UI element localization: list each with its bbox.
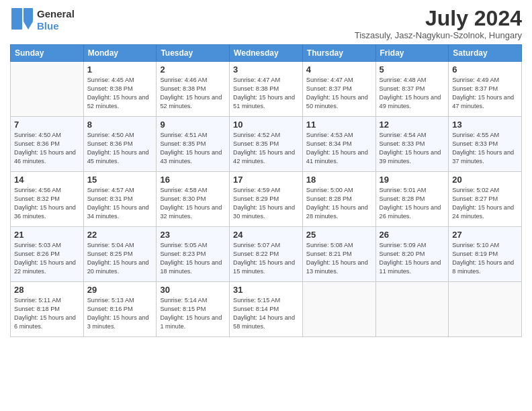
calendar-week-row: 21Sunrise: 5:03 AMSunset: 8:26 PMDayligh… — [11, 227, 522, 282]
day-info: Sunrise: 4:47 AMSunset: 8:37 PMDaylight:… — [306, 76, 372, 111]
calendar-cell: 26Sunrise: 5:09 AMSunset: 8:20 PMDayligh… — [375, 227, 449, 282]
day-info: Sunrise: 4:57 AMSunset: 8:31 PMDaylight:… — [87, 186, 153, 221]
day-number: 24 — [233, 230, 299, 240]
calendar-cell: 20Sunrise: 5:02 AMSunset: 8:27 PMDayligh… — [449, 172, 522, 227]
logo-blue: Blue — [37, 20, 75, 32]
logo-icon — [10, 7, 34, 31]
day-info: Sunrise: 5:10 AMSunset: 8:19 PMDaylight:… — [452, 241, 518, 276]
calendar-cell: 23Sunrise: 5:05 AMSunset: 8:23 PMDayligh… — [157, 227, 230, 282]
day-info: Sunrise: 5:08 AMSunset: 8:21 PMDaylight:… — [306, 241, 372, 276]
day-number: 8 — [87, 120, 153, 130]
calendar-header-row: SundayMondayTuesdayWednesdayThursdayFrid… — [11, 45, 522, 62]
day-number: 15 — [87, 175, 153, 185]
day-info: Sunrise: 5:13 AMSunset: 8:16 PMDaylight:… — [87, 296, 153, 331]
day-info: Sunrise: 4:51 AMSunset: 8:35 PMDaylight:… — [160, 131, 226, 166]
day-number: 12 — [380, 120, 445, 130]
day-info: Sunrise: 4:48 AMSunset: 8:37 PMDaylight:… — [380, 76, 445, 111]
day-info: Sunrise: 5:15 AMSunset: 8:14 PMDaylight:… — [233, 296, 299, 331]
day-info: Sunrise: 4:56 AMSunset: 8:32 PMDaylight:… — [14, 186, 80, 221]
day-number: 26 — [380, 230, 445, 240]
calendar-cell: 14Sunrise: 4:56 AMSunset: 8:32 PMDayligh… — [11, 172, 84, 227]
calendar-table: SundayMondayTuesdayWednesdayThursdayFrid… — [10, 44, 522, 337]
calendar-cell: 24Sunrise: 5:07 AMSunset: 8:22 PMDayligh… — [230, 227, 303, 282]
day-info: Sunrise: 4:49 AMSunset: 8:37 PMDaylight:… — [452, 76, 518, 111]
calendar-header-wednesday: Wednesday — [230, 45, 303, 62]
day-info: Sunrise: 5:02 AMSunset: 8:27 PMDaylight:… — [452, 186, 518, 221]
day-number: 9 — [160, 120, 226, 130]
calendar-header-tuesday: Tuesday — [157, 45, 230, 62]
day-info: Sunrise: 5:01 AMSunset: 8:28 PMDaylight:… — [380, 186, 445, 221]
calendar-cell: 15Sunrise: 4:57 AMSunset: 8:31 PMDayligh… — [83, 172, 157, 227]
calendar-header-sunday: Sunday — [11, 45, 84, 62]
day-number: 14 — [14, 175, 80, 185]
day-info: Sunrise: 4:53 AMSunset: 8:34 PMDaylight:… — [306, 131, 372, 166]
day-info: Sunrise: 5:03 AMSunset: 8:26 PMDaylight:… — [14, 241, 80, 276]
day-info: Sunrise: 4:45 AMSunset: 8:38 PMDaylight:… — [87, 76, 153, 111]
calendar-week-row: 1Sunrise: 4:45 AMSunset: 8:38 PMDaylight… — [11, 62, 522, 117]
day-info: Sunrise: 5:14 AMSunset: 8:15 PMDaylight:… — [160, 296, 226, 331]
calendar-week-row: 7Sunrise: 4:50 AMSunset: 8:36 PMDaylight… — [11, 117, 522, 172]
calendar-cell: 18Sunrise: 5:00 AMSunset: 8:28 PMDayligh… — [302, 172, 375, 227]
day-number: 18 — [306, 175, 372, 185]
day-info: Sunrise: 4:58 AMSunset: 8:30 PMDaylight:… — [160, 186, 226, 221]
subtitle: Tiszasuly, Jasz-Nagykun-Szolnok, Hungary — [355, 30, 522, 40]
calendar-cell: 12Sunrise: 4:54 AMSunset: 8:33 PMDayligh… — [375, 117, 449, 172]
calendar-header-thursday: Thursday — [302, 45, 375, 62]
day-info: Sunrise: 5:11 AMSunset: 8:18 PMDaylight:… — [14, 296, 80, 331]
title-area: July 2024 Tiszasuly, Jasz-Nagykun-Szolno… — [355, 7, 522, 40]
logo: General Blue — [10, 7, 75, 34]
calendar-cell: 31Sunrise: 5:15 AMSunset: 8:14 PMDayligh… — [230, 282, 303, 337]
day-number: 13 — [452, 120, 518, 130]
calendar-cell: 19Sunrise: 5:01 AMSunset: 8:28 PMDayligh… — [375, 172, 449, 227]
day-number: 10 — [233, 120, 299, 130]
day-number: 5 — [380, 64, 445, 75]
day-info: Sunrise: 5:00 AMSunset: 8:28 PMDaylight:… — [306, 186, 372, 221]
calendar-cell: 25Sunrise: 5:08 AMSunset: 8:21 PMDayligh… — [302, 227, 375, 282]
day-number: 29 — [87, 285, 153, 295]
calendar-cell: 30Sunrise: 5:14 AMSunset: 8:15 PMDayligh… — [157, 282, 230, 337]
day-number: 22 — [87, 230, 153, 240]
day-info: Sunrise: 4:50 AMSunset: 8:36 PMDaylight:… — [87, 131, 153, 166]
day-number: 28 — [14, 285, 80, 295]
calendar-cell: 17Sunrise: 4:59 AMSunset: 8:29 PMDayligh… — [230, 172, 303, 227]
day-number: 3 — [233, 64, 299, 75]
day-number: 25 — [306, 230, 372, 240]
calendar-cell: 1Sunrise: 4:45 AMSunset: 8:38 PMDaylight… — [83, 62, 157, 117]
calendar-header-friday: Friday — [375, 45, 449, 62]
calendar-week-row: 14Sunrise: 4:56 AMSunset: 8:32 PMDayligh… — [11, 172, 522, 227]
day-number: 11 — [306, 120, 372, 130]
calendar-cell — [375, 282, 449, 337]
day-info: Sunrise: 5:07 AMSunset: 8:22 PMDaylight:… — [233, 241, 299, 276]
calendar-week-row: 28Sunrise: 5:11 AMSunset: 8:18 PMDayligh… — [11, 282, 522, 337]
day-info: Sunrise: 5:09 AMSunset: 8:20 PMDaylight:… — [380, 241, 445, 276]
day-number: 21 — [14, 230, 80, 240]
calendar-cell: 21Sunrise: 5:03 AMSunset: 8:26 PMDayligh… — [11, 227, 84, 282]
day-number: 19 — [380, 175, 445, 185]
calendar-cell: 3Sunrise: 4:47 AMSunset: 8:38 PMDaylight… — [230, 62, 303, 117]
page: General Blue July 2024 Tiszasuly, Jasz-N… — [0, 0, 532, 411]
svg-rect-1 — [11, 8, 22, 30]
svg-rect-2 — [24, 8, 33, 21]
day-number: 1 — [87, 64, 153, 75]
calendar-cell: 4Sunrise: 4:47 AMSunset: 8:37 PMDaylight… — [302, 62, 375, 117]
day-number: 20 — [452, 175, 518, 185]
day-info: Sunrise: 4:46 AMSunset: 8:38 PMDaylight:… — [160, 76, 226, 111]
calendar-cell: 7Sunrise: 4:50 AMSunset: 8:36 PMDaylight… — [11, 117, 84, 172]
day-number: 6 — [452, 64, 518, 75]
calendar-cell: 16Sunrise: 4:58 AMSunset: 8:30 PMDayligh… — [157, 172, 230, 227]
calendar-cell: 22Sunrise: 5:04 AMSunset: 8:25 PMDayligh… — [83, 227, 157, 282]
day-number: 23 — [160, 230, 226, 240]
header: General Blue July 2024 Tiszasuly, Jasz-N… — [10, 7, 522, 40]
day-number: 16 — [160, 175, 226, 185]
day-number: 31 — [233, 285, 299, 295]
calendar-cell: 29Sunrise: 5:13 AMSunset: 8:16 PMDayligh… — [83, 282, 157, 337]
calendar-cell — [11, 62, 84, 117]
day-info: Sunrise: 5:04 AMSunset: 8:25 PMDaylight:… — [87, 241, 153, 276]
logo-general: General — [37, 8, 75, 20]
calendar-cell: 27Sunrise: 5:10 AMSunset: 8:19 PMDayligh… — [449, 227, 522, 282]
day-number: 27 — [452, 230, 518, 240]
day-info: Sunrise: 5:05 AMSunset: 8:23 PMDaylight:… — [160, 241, 226, 276]
day-info: Sunrise: 4:50 AMSunset: 8:36 PMDaylight:… — [14, 131, 80, 166]
calendar-cell: 11Sunrise: 4:53 AMSunset: 8:34 PMDayligh… — [302, 117, 375, 172]
calendar-cell: 28Sunrise: 5:11 AMSunset: 8:18 PMDayligh… — [11, 282, 84, 337]
